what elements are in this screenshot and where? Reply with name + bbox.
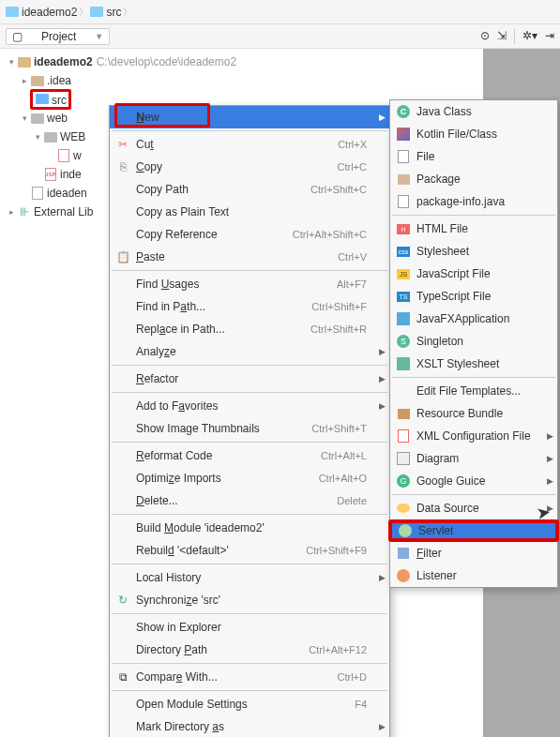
separator <box>112 130 387 131</box>
menu-item-paste[interactable]: 📋PasteCtrl+V <box>110 246 389 268</box>
menu-item-thumbnails[interactable]: Show Image ThumbnailsCtrl+Shift+T <box>110 417 389 440</box>
menu-item-servlet[interactable]: Servlet <box>388 519 559 542</box>
breadcrumb-item[interactable]: ideademo2 <box>6 6 77 19</box>
menu-item-javafx[interactable]: JavaFXApplication <box>390 308 557 330</box>
shortcut: Ctrl+C <box>338 161 367 173</box>
menu-label: Package <box>416 173 461 186</box>
submenu-arrow-icon: ▶ <box>547 454 553 463</box>
hide-icon[interactable]: ⇥ <box>545 29 554 44</box>
singleton-icon: S <box>396 334 411 349</box>
menu-item-analyze[interactable]: Analyze▶ <box>110 340 389 363</box>
tree-node-root[interactable]: ▾ideademo2C:\develop\code\ideademo2 <box>0 53 560 71</box>
menu-item-cut[interactable]: ✂CutCtrl+X <box>110 133 389 156</box>
menu-label: Build Module 'ideademo2' <box>136 521 265 534</box>
menu-item-xml-config[interactable]: XML Configuration File▶ <box>390 425 557 447</box>
menu-item-find-usages[interactable]: Find UsagesAlt+F7 <box>110 273 389 295</box>
menu-item-edit-templates[interactable]: Edit File Templates... <box>390 380 557 402</box>
menu-label: Copy Reference <box>136 228 218 241</box>
menu-label: Synchronize 'src' <box>136 594 220 607</box>
node-path: C:\develop\code\ideademo2 <box>97 55 236 68</box>
class-icon: C <box>396 104 411 119</box>
separator <box>112 690 387 691</box>
node-label: ideademo2 <box>34 55 93 68</box>
folder-icon <box>31 113 44 124</box>
menu-item-mark-directory[interactable]: Mark Directory as▶ <box>110 715 389 737</box>
submenu-arrow-icon: ▶ <box>379 573 386 582</box>
chevron-down-icon: ▾ <box>6 57 17 67</box>
menu-item-package[interactable]: Package <box>390 168 557 190</box>
gear-icon[interactable]: ✲▾ <box>522 29 537 44</box>
menu-item-filter[interactable]: Filter <box>390 542 557 564</box>
menu-item-synchronize[interactable]: ↻Synchronize 'src' <box>110 589 389 611</box>
menu-label: JavaFXApplication <box>416 312 509 325</box>
menu-label: TypeScript File <box>416 290 491 303</box>
menu-item-copy-plain[interactable]: Copy as Plain Text <box>110 201 389 223</box>
chevron-right-icon: ▸ <box>6 207 17 217</box>
shortcut: Ctrl+Alt+L <box>321 450 367 461</box>
menu-item-build-module[interactable]: Build Module 'ideademo2' <box>110 517 389 539</box>
menu-item-copy[interactable]: ⎘CopyCtrl+C <box>110 156 389 178</box>
target-icon[interactable]: ⊙ <box>480 29 490 44</box>
menu-item-optimize-imports[interactable]: Optimize ImportsCtrl+Alt+O <box>110 467 389 489</box>
menu-item-file[interactable]: File <box>390 145 557 168</box>
menu-label: Kotlin File/Class <box>416 128 497 141</box>
menu-item-listener[interactable]: Listener <box>390 564 557 587</box>
menu-item-explorer[interactable]: Show in Explorer <box>110 616 389 639</box>
project-view-selector[interactable]: ▢ Project ▼ <box>6 28 110 45</box>
menu-item-rebuild[interactable]: Rebuild '<default>'Ctrl+Shift+F9 <box>110 539 389 562</box>
menu-item-java-class[interactable]: CJava Class <box>390 100 557 123</box>
menu-label: Show in Explorer <box>136 621 221 634</box>
menu-item-kotlin[interactable]: Kotlin File/Class <box>390 123 557 145</box>
menu-item-html[interactable]: HHTML File <box>390 218 557 240</box>
menu-item-find-in-path[interactable]: Find in Path...Ctrl+Shift+F <box>110 295 389 318</box>
breadcrumb-item[interactable]: src <box>90 6 121 19</box>
menu-item-compare[interactable]: ⧉Compare With...Ctrl+D <box>110 666 389 688</box>
menu-label: Mark Directory as <box>136 720 224 733</box>
menu-item-local-history[interactable]: Local History▶ <box>110 566 389 589</box>
collapse-icon[interactable]: ⇲ <box>497 29 507 44</box>
menu-item-copy-reference[interactable]: Copy ReferenceCtrl+Alt+Shift+C <box>110 223 389 246</box>
menu-item-singleton[interactable]: SSingleton <box>390 330 557 353</box>
menu-label: Diagram <box>416 452 459 465</box>
menu-item-typescript[interactable]: TSTypeScript File <box>390 285 557 308</box>
menu-label: Directory Path <box>136 643 207 656</box>
menu-label: Java Class <box>416 105 472 118</box>
menu-item-resource-bundle[interactable]: Resource Bundle <box>390 402 557 425</box>
menu-item-new[interactable]: NNew▶ <box>110 106 389 128</box>
tree-node-idea[interactable]: ▸.idea <box>0 71 560 90</box>
menu-label: Google Guice <box>416 474 485 488</box>
bundle-icon <box>396 406 411 421</box>
menu-item-package-info[interactable]: package-info.java <box>390 190 557 213</box>
servlet-icon <box>398 523 413 538</box>
menu-item-javascript[interactable]: JSJavaScript File <box>390 263 557 285</box>
menu-item-diagram[interactable]: Diagram▶ <box>390 447 557 470</box>
menu-item-copy-path[interactable]: Copy PathCtrl+Shift+C <box>110 178 389 201</box>
package-icon <box>396 172 411 187</box>
menu-item-open-module[interactable]: Open Module SettingsF4 <box>110 693 389 715</box>
menu-item-reformat[interactable]: Reformat CodeCtrl+Alt+L <box>110 444 389 467</box>
menu-label: New <box>137 111 159 124</box>
new-submenu: CJava Class Kotlin File/Class File Packa… <box>389 99 558 588</box>
menu-item-refactor[interactable]: Refactor▶ <box>110 368 389 390</box>
menu-item-guice[interactable]: GGoogle Guice▶ <box>390 470 557 492</box>
node-label: External Lib <box>34 205 93 218</box>
menu-label: Local History <box>136 571 201 584</box>
separator <box>514 29 515 44</box>
menu-item-replace-in-path[interactable]: Replace in Path...Ctrl+Shift+R <box>110 318 389 340</box>
menu-label: Reformat Code <box>136 449 212 462</box>
shortcut: F4 <box>355 699 367 710</box>
menu-item-datasource[interactable]: Data Source▶ <box>390 497 557 519</box>
source-folder-icon <box>36 94 49 104</box>
separator <box>112 514 387 515</box>
menu-item-stylesheet[interactable]: cssStylesheet <box>390 240 557 263</box>
submenu-arrow-icon: ▶ <box>547 431 553 441</box>
menu-item-directory-path[interactable]: Directory PathCtrl+Alt+F12 <box>110 639 389 661</box>
node-label: WEB <box>60 130 85 143</box>
shortcut: Ctrl+D <box>338 671 367 683</box>
menu-item-delete[interactable]: Delete...Delete <box>110 489 389 512</box>
submenu-arrow-icon: ▶ <box>547 504 553 513</box>
separator <box>112 564 387 564</box>
menu-label: Cut <box>136 138 154 151</box>
menu-item-add-favorites[interactable]: Add to Favorites▶ <box>110 395 389 417</box>
menu-item-xslt[interactable]: XSLT Stylesheet <box>390 353 557 375</box>
